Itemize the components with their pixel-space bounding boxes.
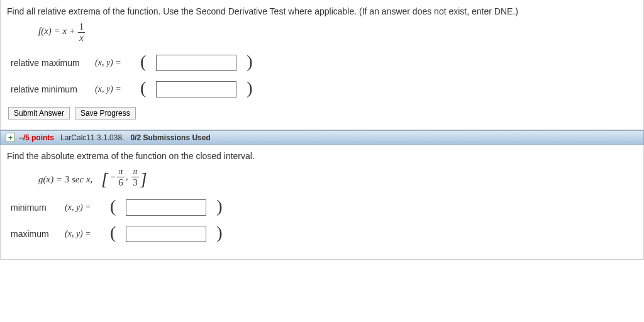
open-bracket-icon: [ (101, 170, 108, 188)
question-header-bar: + –/5 points LarCalc11 3.1.038. 0/2 Subm… (0, 130, 644, 145)
problem-2: Find the absolute extrema of the functio… (0, 145, 644, 260)
p2-maximum-row: maximum (x, y) = ( ) (11, 225, 637, 243)
interval-ub-den: 3 (131, 177, 139, 188)
p2-min-label: minimum (11, 203, 55, 213)
p1-relmin-label: relative minimum (11, 84, 85, 94)
interval-ub-frac: π 3 (131, 166, 139, 187)
p1-relmin-input[interactable] (156, 81, 236, 97)
p2-interval: [ − π 6 , π 3 ] (101, 166, 147, 187)
open-paren-icon: ( (140, 53, 146, 70)
interval-lb-sign: − (109, 172, 116, 182)
p1-relative-minimum-row: relative minimum (x, y) = ( ) (11, 80, 637, 98)
p1-instructions: Find all relative extrema of the functio… (7, 6, 637, 16)
p2-instructions: Find the absolute extrema of the functio… (7, 151, 637, 161)
p1-function: f(x) = x + 1 x (38, 21, 637, 43)
open-paren-icon: ( (110, 224, 116, 242)
p2-minimum-row: minimum (x, y) = ( ) (11, 199, 637, 216)
expand-toggle-icon[interactable]: + (6, 133, 15, 142)
close-paren-icon: ) (216, 197, 222, 215)
problem-1: Find all relative extrema of the functio… (0, 0, 644, 130)
p1-relative-maximum-row: relative maximum (x, y) = ( ) (11, 54, 637, 72)
p2-function: g(x) = 3 sec x, [ − π 6 , π 3 ] (38, 166, 637, 187)
p1-relmax-pair: (x, y) = (95, 58, 130, 68)
close-paren-icon: ) (247, 79, 252, 97)
points-label: –/5 points (19, 133, 54, 142)
p1-fraction: 1 x (78, 21, 86, 43)
p1-relmin-pair: (x, y) = (95, 84, 130, 94)
p2-func-lhs: g(x) = 3 sec x, (38, 174, 92, 184)
p2-max-label: maximum (11, 229, 55, 239)
interval-lb-den: 6 (117, 177, 125, 188)
interval-ub-num: π (131, 166, 139, 177)
p1-button-bar: Submit Answer Save Progress (8, 107, 637, 119)
close-paren-icon: ) (216, 224, 222, 242)
p2-max-pair: (x, y) = (65, 229, 100, 239)
close-paren-icon: ) (247, 53, 252, 70)
open-paren-icon: ( (110, 197, 116, 215)
submit-answer-button[interactable]: Submit Answer (8, 107, 70, 119)
interval-lb-num: π (117, 166, 125, 177)
p1-relmax-input[interactable] (156, 55, 236, 71)
p1-relmax-label: relative maximum (11, 58, 85, 68)
p2-max-input[interactable] (126, 226, 206, 242)
open-paren-icon: ( (140, 79, 146, 97)
p2-min-pair: (x, y) = (65, 203, 100, 213)
p1-frac-num: 1 (78, 21, 86, 33)
submissions-used-label: 0/2 Submissions Used (130, 133, 210, 142)
source-label: LarCalc11 3.1.038. (60, 133, 124, 142)
p1-frac-den: x (78, 33, 86, 43)
save-progress-button[interactable]: Save Progress (75, 107, 136, 119)
interval-lb-frac: π 6 (117, 166, 125, 187)
p1-func-lhs: f(x) = x + (38, 26, 75, 36)
interval-comma: , (126, 172, 131, 182)
close-bracket-icon: ] (140, 170, 147, 188)
p2-min-input[interactable] (126, 199, 206, 216)
